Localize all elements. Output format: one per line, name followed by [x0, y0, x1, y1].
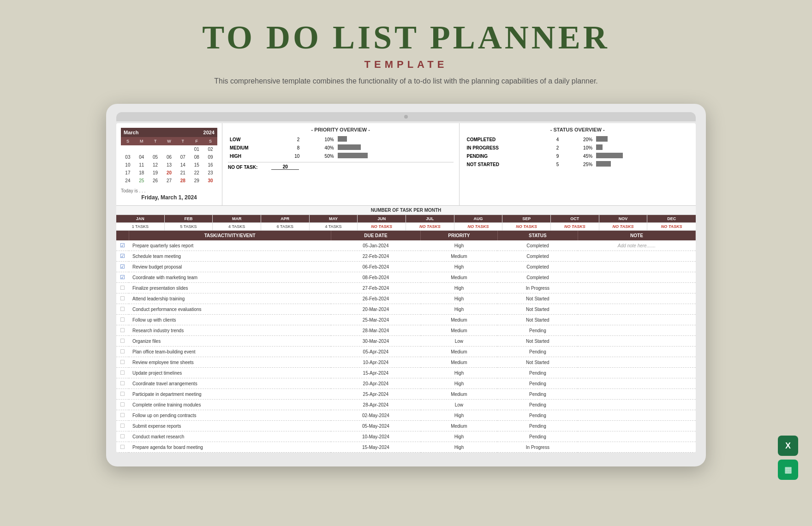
- task-row: ☐ Follow up with clients 25-Mar-2024 Med…: [116, 315, 696, 325]
- excel-icon[interactable]: X: [778, 436, 798, 456]
- task-name: Review employee time sheets: [129, 357, 331, 368]
- task-checkbox[interactable]: ☐: [116, 421, 129, 431]
- priority-row: LOW 2 10%: [228, 135, 454, 143]
- task-name: Conduct market research: [129, 431, 331, 442]
- task-checkbox[interactable]: ☑: [116, 240, 129, 251]
- status-title: - STATUS OVERVIEW -: [465, 127, 691, 132]
- task-row: ☐ Attend leadership training 26-Feb-2024…: [116, 293, 696, 304]
- status-count: 4: [542, 135, 561, 143]
- calendar-day: [176, 145, 190, 153]
- status-row: PENDING 9 45%: [465, 152, 691, 160]
- status-row: COMPLETED 4 20%: [465, 135, 691, 143]
- task-due-date: 08-Feb-2024: [331, 272, 420, 283]
- task-priority: Medium: [421, 251, 498, 262]
- task-note: [578, 325, 695, 336]
- task-note: [578, 251, 695, 262]
- task-checkbox[interactable]: ☑: [116, 251, 129, 262]
- task-status: Not Started: [497, 304, 578, 315]
- task-priority: Medium: [421, 272, 498, 283]
- task-due-date: 10-Apr-2024: [331, 357, 420, 368]
- task-checkbox[interactable]: ☐: [116, 347, 129, 357]
- task-name: Plan office team-building event: [129, 347, 331, 357]
- task-status: Completed: [497, 272, 578, 283]
- task-table-header-cell: PRIORITY: [421, 231, 498, 240]
- task-note: [578, 378, 695, 389]
- task-checkbox[interactable]: ☑: [116, 272, 129, 283]
- task-due-date: 10-May-2024: [331, 431, 420, 442]
- calendar-year: 2024: [203, 130, 215, 135]
- task-checkbox[interactable]: ☐: [116, 389, 129, 400]
- task-due-date: 02-May-2024: [331, 410, 420, 421]
- main-title: TO DO LIST PLANNER: [9, 18, 803, 57]
- task-checkbox[interactable]: ☐: [116, 368, 129, 378]
- priority-bar-cell: [336, 143, 454, 152]
- task-checkbox[interactable]: ☐: [116, 410, 129, 421]
- month-header-cell: MAR: [213, 215, 261, 222]
- task-status: Pending: [497, 347, 578, 357]
- calendar-day: 16: [203, 161, 217, 169]
- month-headers-grid: JANFEBMARAPRMAYJUNJULAUGSEPOCTNOVDEC: [116, 215, 696, 223]
- month-tasks-grid: 1 TASKS5 TASKS4 TASKS6 TASKS4 TASKSNO TA…: [116, 223, 696, 230]
- month-task-cell: 4 TASKS: [213, 223, 261, 230]
- priority-pct: 10%: [301, 135, 335, 143]
- task-name: Follow up on pending contracts: [129, 410, 331, 421]
- month-task-cell: NO TASKS: [502, 223, 551, 230]
- calendar-day: [135, 145, 149, 153]
- month-task-cell: NO TASKS: [358, 223, 406, 230]
- task-due-date: 30-Mar-2024: [331, 336, 420, 347]
- calendar-day: 04: [135, 153, 149, 161]
- month-header-cell: JUN: [358, 215, 406, 222]
- calendar-day: 25: [135, 177, 149, 185]
- calendar-day: 07: [176, 153, 190, 161]
- task-checkbox[interactable]: ☐: [116, 325, 129, 336]
- task-checkbox[interactable]: ☐: [116, 400, 129, 410]
- month-section-header: NUMBER OF TASK PER MONTH: [116, 206, 696, 215]
- month-task-cell: NO TASKS: [599, 223, 648, 230]
- calendar-day: 27: [162, 177, 176, 185]
- task-name: Prepare quarterly sales report: [129, 240, 331, 251]
- sheets-icon[interactable]: ▦: [778, 460, 798, 480]
- task-checkbox[interactable]: ☐: [116, 336, 129, 347]
- month-task-cell: NO TASKS: [406, 223, 454, 230]
- task-priority: High: [421, 431, 498, 442]
- no-of-task-label: NO OF TASK:: [228, 165, 257, 170]
- task-due-date: 22-Feb-2024: [331, 251, 420, 262]
- task-name: Submit expense reports: [129, 421, 331, 431]
- month-task-cell: 1 TASKS: [116, 223, 165, 230]
- top-section: March 2024 S M T W T F S 010203040506070…: [116, 123, 696, 206]
- task-row: ☐ Plan office team-building event 05-Apr…: [116, 347, 696, 357]
- task-name: Schedule team meeting: [129, 251, 331, 262]
- task-status: Completed: [497, 251, 578, 262]
- task-name: Conduct performance evaluations: [129, 304, 331, 315]
- priority-table: LOW 2 10% MEDIUM 8 40% HIGH 10 50%: [228, 135, 454, 160]
- task-priority: High: [421, 240, 498, 251]
- priority-bar: [338, 153, 368, 158]
- task-row: ☑ Schedule team meeting 22-Feb-2024 Medi…: [116, 251, 696, 262]
- task-checkbox[interactable]: ☐: [116, 378, 129, 389]
- status-bar: [596, 153, 623, 158]
- day-t1: T: [149, 138, 162, 144]
- task-checkbox[interactable]: ☐: [116, 293, 129, 304]
- task-checkbox[interactable]: ☐: [116, 304, 129, 315]
- calendar-day: 02: [203, 145, 217, 153]
- status-bar: [596, 161, 611, 167]
- month-header-cell: JAN: [116, 215, 165, 222]
- task-checkbox[interactable]: ☑: [116, 262, 129, 272]
- task-checkbox[interactable]: ☐: [116, 431, 129, 442]
- task-checkbox[interactable]: ☐: [116, 283, 129, 293]
- calendar-day: 15: [190, 161, 203, 169]
- task-checkbox[interactable]: ☐: [116, 315, 129, 325]
- task-checkbox[interactable]: ☐: [116, 357, 129, 368]
- priority-label: MEDIUM: [228, 143, 282, 152]
- task-checkbox[interactable]: ☐: [116, 442, 129, 453]
- calendar-day: 19: [149, 169, 162, 177]
- icons-panel: X ▦: [778, 436, 798, 480]
- task-status: In Progress: [497, 442, 578, 453]
- task-row: ☐ Conduct market research 10-May-2024 Hi…: [116, 431, 696, 442]
- status-label: COMPLETED: [465, 135, 542, 143]
- task-name: Follow up with clients: [129, 315, 331, 325]
- status-count: 5: [542, 160, 561, 168]
- task-status: Not Started: [497, 336, 578, 347]
- priority-label: HIGH: [228, 152, 282, 160]
- calendar-day: 23: [203, 169, 217, 177]
